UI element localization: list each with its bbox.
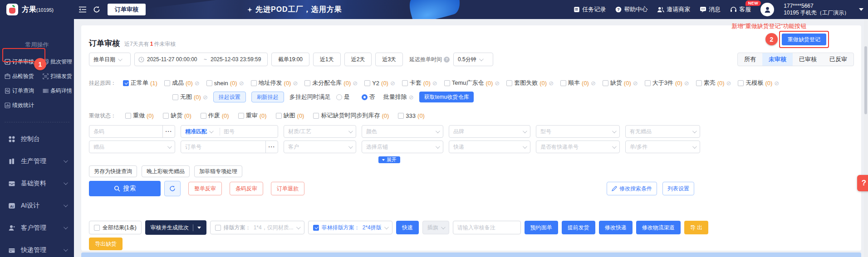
flag-select[interactable]: 插旗: [422, 221, 449, 234]
express-select[interactable]: 快递: [449, 141, 530, 153]
garfield-special-button[interactable]: 加菲猫专项处理: [194, 165, 242, 177]
sidebar-item-base-data[interactable]: 基础资料: [0, 172, 74, 194]
delay-minutes-select[interactable]: 0.5分钟: [453, 53, 493, 66]
sidebar-item-express-mgmt[interactable]: 快递管理: [0, 239, 74, 257]
chevron-down-icon[interactable]: [859, 8, 863, 11]
hold-option-plain-case[interactable]: 素壳(0)⊘: [696, 79, 731, 87]
save-quick-query-button[interactable]: 另存为快捷查询: [89, 165, 137, 177]
redo-option-shortage[interactable]: 缺货(0): [163, 112, 191, 120]
change-express-button[interactable]: 修改快递: [599, 221, 633, 234]
tab-all[interactable]: 所有: [738, 53, 762, 66]
last-2-days-button[interactable]: 近2天: [344, 53, 372, 66]
shop-select[interactable]: 选择店铺: [362, 141, 443, 153]
hold-option-gt3[interactable]: 大于3件(0)⊘: [645, 79, 689, 87]
sidebar-item-ai-design[interactable]: Ai AI设计: [0, 194, 74, 217]
edit-search-criteria-button[interactable]: 修改搜索条件: [607, 182, 657, 195]
has-gift-select[interactable]: 有无赠品: [625, 125, 700, 138]
material-select[interactable]: 材质/工艺: [284, 125, 356, 138]
single-multi-select[interactable]: 单/多件: [625, 141, 700, 153]
hold-option-map-fail[interactable]: 套图失败(0)⊘: [506, 79, 554, 87]
reserve-label-button[interactable]: 预约面单: [525, 221, 558, 234]
redo-option-sync-stock[interactable]: 标记缺货时同步到库存(0): [313, 112, 389, 120]
figure-no-input[interactable]: 图号: [224, 128, 278, 136]
hold-option-finished[interactable]: 成品(0)⊘: [164, 79, 200, 87]
refresh-tabs-icon[interactable]: [93, 6, 100, 13]
hold-option-shein[interactable]: shein(0)⊘: [206, 80, 244, 87]
hold-option-shortage[interactable]: 缺货(0)⊘: [603, 79, 638, 87]
last-1-day-button[interactable]: 近1天: [313, 53, 341, 66]
quick-link-quality-check[interactable]: 品检验货: [5, 73, 43, 80]
get-temu-warehouse-button[interactable]: 获取temu收货仓库: [419, 92, 474, 102]
has-tracking-select[interactable]: 是否有快递单号: [536, 141, 620, 153]
collapse-menu-icon[interactable]: [78, 6, 87, 13]
redo-option-333[interactable]: 333(0): [398, 112, 425, 119]
list-settings-button[interactable]: 列表设置: [662, 182, 694, 195]
sidebar-item-console[interactable]: 控制台: [0, 128, 74, 150]
reverse-whole-order-button[interactable]: 整单反审: [188, 182, 222, 195]
help-fab[interactable]: ?: [857, 175, 868, 191]
last-3-days-button[interactable]: 近3天: [375, 53, 403, 66]
sidebar-item-customer-mgmt[interactable]: 客户管理: [0, 217, 74, 239]
help-circle-icon[interactable]: ?: [444, 57, 450, 63]
redo-shortage-register-button[interactable]: 重做缺货登记: [782, 34, 826, 45]
nav-task-records[interactable]: 任务记录: [574, 5, 606, 14]
match-mode-select[interactable]: 精准匹配: [185, 128, 220, 136]
barcode-input[interactable]: 条码: [93, 128, 162, 136]
hold-option-temu-gd[interactable]: Temu广东仓(0)⊘: [444, 79, 500, 87]
hold-option-no-image[interactable]: 无图(0)⊘: [172, 93, 208, 101]
customer-select[interactable]: 客户: [284, 141, 356, 153]
multi-hold-yes-radio[interactable]: 是: [336, 93, 350, 101]
tab-reversed[interactable]: 已反审: [823, 53, 853, 66]
hold-option-no-warehouse[interactable]: 未分配仓库(0)⊘: [304, 79, 358, 87]
early-ship-button[interactable]: 提前发货: [562, 221, 595, 234]
figure-input-group[interactable]: 精准匹配 图号: [181, 125, 278, 138]
color-select[interactable]: 颜色: [362, 125, 443, 138]
more-options-button[interactable]: ···: [265, 141, 278, 153]
quick-link-scan-ship[interactable]: 扫描发货: [43, 73, 74, 80]
batch-exclude[interactable]: 批量排除⊘: [383, 93, 414, 101]
avatar[interactable]: [760, 3, 774, 16]
user-info[interactable]: 177****5667 10195 手机壳（工厂演示）: [784, 3, 849, 16]
tab-audited[interactable]: 已审核: [793, 53, 823, 66]
quick-link-order-query[interactable]: 订单查询: [5, 87, 43, 95]
export-shortage-button[interactable]: 导出缺货: [89, 238, 123, 250]
brand-select[interactable]: 品牌: [449, 125, 530, 138]
redo-option-redo[interactable]: 重做(0): [125, 112, 154, 120]
scrollbar-thumb[interactable]: [864, 46, 867, 114]
model-select[interactable]: 型号: [536, 125, 620, 138]
change-logistics-button[interactable]: 修改物流渠道: [636, 221, 681, 234]
layout-scheme-select[interactable]: 排版方案： 1*4，仅同材质...: [210, 221, 304, 234]
reverse-barcode-button[interactable]: 条码反审: [230, 182, 263, 195]
fast-button[interactable]: 快速: [396, 221, 419, 234]
scrollbar-track[interactable]: [864, 19, 868, 257]
refresh-search-button[interactable]: [164, 181, 181, 196]
hold-option-normal[interactable]: 正常单(1): [123, 79, 157, 87]
quick-link-performance-stats[interactable]: 绩效统计: [5, 102, 43, 109]
nav-help-center[interactable]: ? 帮助中心: [615, 5, 647, 14]
multi-hold-no-radio[interactable]: 否: [362, 93, 375, 101]
film-layout-scheme-select[interactable]: 菲林排版方案： 2*4拼版: [308, 221, 392, 234]
more-options-button[interactable]: ···: [162, 126, 175, 137]
redo-option-no-image[interactable]: 缺图(0): [276, 112, 304, 120]
open-tab-order-audit[interactable]: 订单审核: [108, 4, 146, 15]
quick-link-batch-mgmt[interactable]: 批次管理: [43, 58, 74, 66]
hold-settings-button[interactable]: 挂起设置: [213, 92, 246, 102]
barcode-input-group[interactable]: 条码 ···: [89, 125, 175, 138]
hold-option-address-stop[interactable]: 地址停发(0)⊘: [251, 79, 298, 87]
hold-option-no-template[interactable]: 无模板(0)⊘: [738, 79, 779, 87]
search-button[interactable]: 搜索: [89, 181, 161, 196]
hold-option-y2[interactable]: Y2(0)⊘: [364, 80, 395, 87]
hold-option-sf[interactable]: 顺丰(0)⊘: [560, 79, 596, 87]
hold-option-card-case[interactable]: 卡套(0)⊘: [402, 79, 437, 87]
gift-select[interactable]: 赠品: [89, 141, 175, 153]
quick-link-barcode-detail[interactable]: 条码详情: [43, 87, 74, 95]
redo-option-void[interactable]: 作废(0): [201, 112, 229, 120]
night-shell-gift-button[interactable]: 晚上彩银壳赠品: [142, 165, 190, 177]
sidebar-item-production[interactable]: 生产管理: [0, 150, 74, 172]
caret-down-icon[interactable]: [197, 227, 201, 229]
tab-unaudited[interactable]: 未审核: [762, 53, 793, 66]
audit-generate-batch-button[interactable]: 审核并生成批次: [145, 220, 206, 235]
export-button[interactable]: 导 出: [684, 221, 708, 234]
refresh-hold-button[interactable]: 刷新挂起: [251, 92, 284, 102]
date-type-select[interactable]: 推单日期: [89, 53, 131, 66]
